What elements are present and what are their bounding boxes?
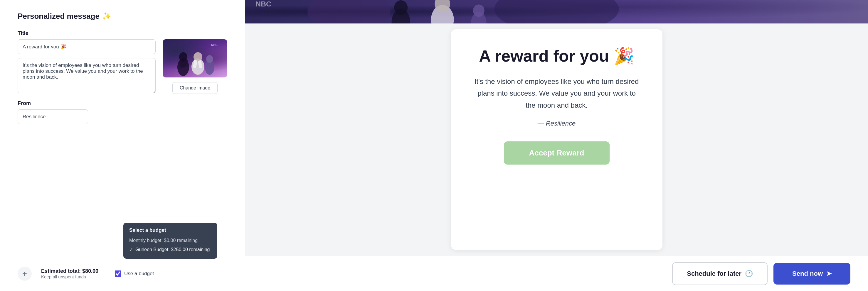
- title-input[interactable]: [18, 39, 156, 54]
- estimated-total: Estimated total: $80.00 Keep all unspent…: [41, 268, 98, 279]
- right-actions: Schedule for later 🕐 Send now ➤: [672, 256, 850, 291]
- estimated-label: Estimated total: $80.00: [41, 268, 98, 274]
- preview-from: — Resilience: [538, 120, 576, 127]
- change-image-button[interactable]: Change image: [173, 82, 218, 94]
- section-title-text: Personalized message: [18, 12, 99, 21]
- monthly-option-label: Monthly budget: $0.00 remaining: [129, 238, 197, 243]
- image-block: NBC Change image: [163, 39, 227, 94]
- budget-checkbox-row: Use a budget: [115, 270, 154, 277]
- title-inputs: It's the vision of employees like you wh…: [18, 39, 156, 94]
- right-panel: NBC A reward for you 🎉 It's the vision o…: [245, 0, 868, 256]
- clock-icon: 🕐: [745, 270, 753, 278]
- preview-top-svg: NBC: [245, 0, 868, 24]
- svg-text:NBC: NBC: [255, 0, 271, 8]
- title-label: Title: [18, 30, 227, 36]
- gurleen-option-label: Gurleen Budget: $250.00 remaining: [135, 247, 210, 252]
- from-section: From: [18, 100, 227, 124]
- send-now-label: Send now: [792, 270, 823, 278]
- send-now-button[interactable]: Send now ➤: [773, 263, 850, 285]
- svg-point-20: [473, 4, 485, 17]
- from-input[interactable]: [18, 109, 88, 124]
- plus-button[interactable]: +: [18, 267, 32, 281]
- preview-title-text: A reward for you: [479, 46, 609, 65]
- left-panel: Personalized message ✨ Title It's the vi…: [0, 0, 245, 256]
- budget-label: Use a budget: [124, 271, 154, 277]
- preview-image-overlay: NBC: [245, 0, 868, 24]
- sparkle-icon: ✨: [102, 12, 111, 21]
- preview-title-emoji: 🎉: [614, 46, 634, 65]
- budget-option-monthly[interactable]: Monthly budget: $0.00 remaining: [129, 236, 211, 245]
- gif-svg: NBC: [165, 41, 224, 76]
- gif-inner: NBC: [163, 39, 227, 77]
- check-icon: ✓: [129, 247, 133, 252]
- preview-card: A reward for you 🎉 It's the vision of em…: [451, 29, 662, 250]
- svg-point-13: [494, 0, 619, 24]
- from-label: From: [18, 100, 227, 106]
- use-budget-checkbox[interactable]: [115, 270, 121, 277]
- svg-point-12: [307, 0, 391, 24]
- message-textarea[interactable]: It's the vision of employees like you wh…: [18, 58, 156, 93]
- accept-reward-button[interactable]: Accept Reward: [504, 141, 610, 165]
- preview-title: A reward for you 🎉: [479, 47, 634, 65]
- svg-text:NBC: NBC: [211, 43, 218, 46]
- preview-message: It's the vision of employees like you wh…: [474, 76, 639, 111]
- preview-image-top: NBC: [245, 0, 868, 24]
- budget-option-gurleen[interactable]: ✓ Gurleen Budget: $250.00 remaining: [129, 245, 211, 254]
- keep-funds-label: Keep all unspent funds: [41, 274, 98, 279]
- section-title: Personalized message ✨: [18, 12, 227, 21]
- gif-preview: NBC: [163, 39, 227, 77]
- title-row: It's the vision of employees like you wh…: [18, 39, 227, 94]
- budget-dropdown: Select a budget Monthly budget: $0.00 re…: [123, 223, 217, 259]
- schedule-button[interactable]: Schedule for later 🕐: [672, 262, 768, 285]
- bottom-bar: + Estimated total: $80.00 Keep all unspe…: [0, 256, 868, 291]
- dropdown-title: Select a budget: [129, 227, 211, 233]
- svg-point-9: [206, 55, 213, 63]
- schedule-label: Schedule for later: [687, 270, 741, 278]
- send-arrow-icon: ➤: [826, 270, 832, 278]
- svg-point-16: [394, 0, 408, 15]
